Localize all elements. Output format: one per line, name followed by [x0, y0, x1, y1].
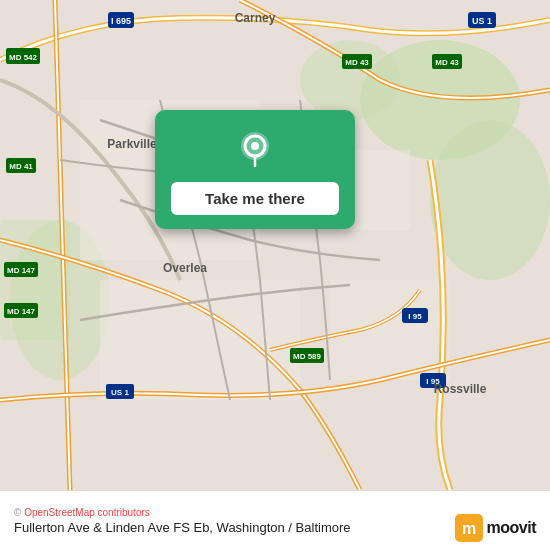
svg-text:MD 43: MD 43: [345, 58, 369, 67]
svg-point-40: [251, 142, 259, 150]
copyright-symbol: ©: [14, 507, 24, 518]
svg-text:MD 41: MD 41: [9, 162, 33, 171]
svg-text:MD 542: MD 542: [9, 53, 38, 62]
svg-text:Overlea: Overlea: [163, 261, 207, 275]
location-popup: Take me there: [155, 110, 355, 229]
take-me-there-button[interactable]: Take me there: [171, 182, 339, 215]
moovit-logo: m moovit: [455, 514, 536, 542]
svg-rect-5: [0, 220, 70, 340]
svg-text:m: m: [461, 520, 475, 537]
svg-text:I 95: I 95: [408, 312, 422, 321]
svg-text:Parkville: Parkville: [107, 137, 157, 151]
svg-rect-7: [100, 280, 300, 400]
moovit-text: moovit: [487, 519, 536, 537]
location-pin-icon: [233, 128, 277, 172]
svg-text:Rossville: Rossville: [434, 382, 487, 396]
svg-text:MD 589: MD 589: [293, 352, 322, 361]
svg-text:I 695: I 695: [111, 16, 131, 26]
map-background: I 695 US 1 MD 542 MD 43 MD 43 MD 41 MD 1…: [0, 0, 550, 490]
moovit-icon: m: [455, 514, 483, 542]
osm-link[interactable]: OpenStreetMap contributors: [24, 507, 150, 518]
map-container: I 695 US 1 MD 542 MD 43 MD 43 MD 41 MD 1…: [0, 0, 550, 490]
svg-text:US 1: US 1: [111, 388, 129, 397]
svg-text:US 1: US 1: [472, 16, 492, 26]
svg-text:MD 147: MD 147: [7, 307, 36, 316]
svg-text:MD 147: MD 147: [7, 266, 36, 275]
bottom-info-bar: © OpenStreetMap contributors Fullerton A…: [0, 490, 550, 550]
svg-text:MD 43: MD 43: [435, 58, 459, 67]
svg-point-2: [430, 120, 550, 280]
svg-text:Carney: Carney: [235, 11, 276, 25]
